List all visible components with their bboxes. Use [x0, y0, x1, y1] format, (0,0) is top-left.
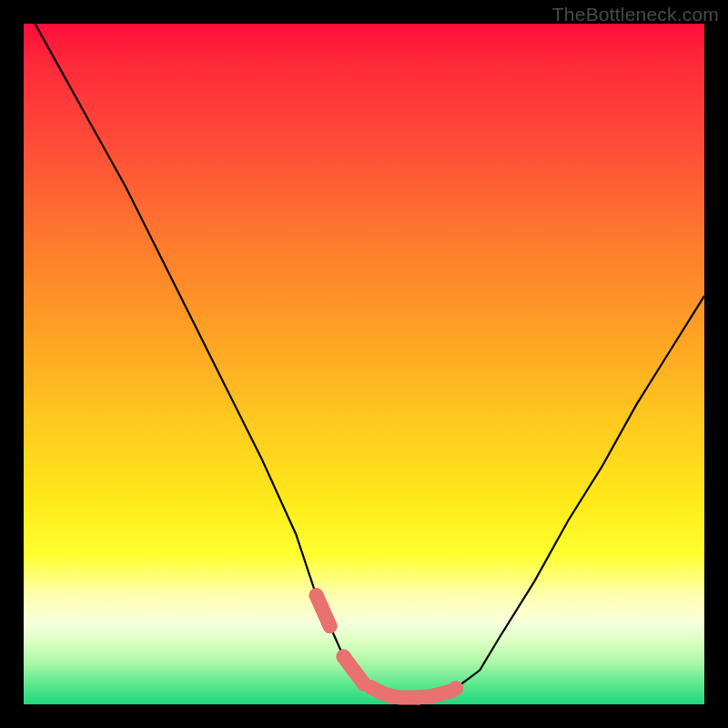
marker-endpoint [415, 690, 430, 704]
marker-endpoint [431, 687, 446, 702]
marker-endpoint [337, 650, 351, 664]
curve-svg [24, 24, 704, 704]
marker-segment [371, 687, 419, 697]
watermark-text: TheBottleneck.com [552, 4, 719, 25]
bottleneck-curve-line [24, 4, 704, 698]
marker-endpoint [364, 680, 379, 694]
curve-markers [309, 588, 463, 704]
chart-frame: TheBottleneck.com [0, 0, 728, 728]
marker-endpoint [323, 619, 338, 633]
marker-endpoint [449, 681, 463, 695]
plot-area [24, 24, 704, 704]
marker-endpoint [309, 588, 324, 602]
